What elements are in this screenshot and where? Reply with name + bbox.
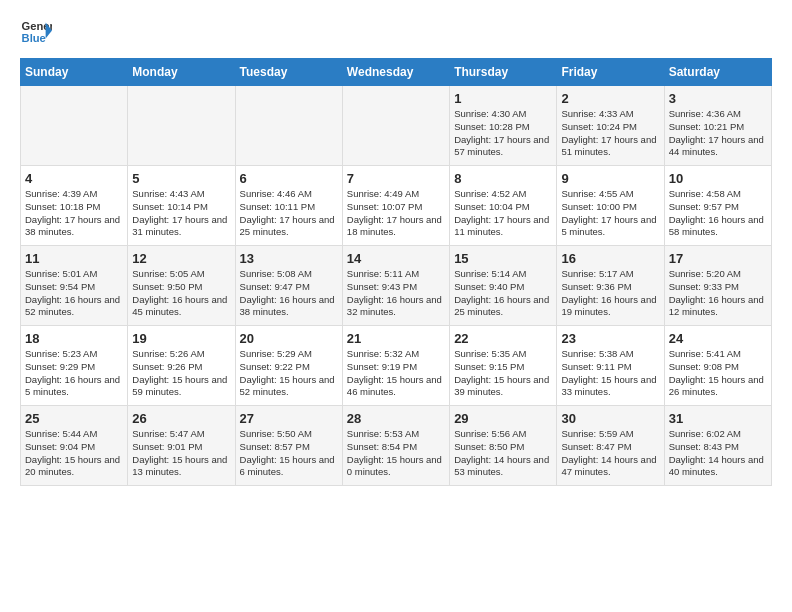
calendar-cell: 19Sunrise: 5:26 AMSunset: 9:26 PMDayligh… (128, 326, 235, 406)
cell-content: Sunrise: 5:11 AMSunset: 9:43 PMDaylight:… (347, 268, 445, 319)
calendar-cell: 10Sunrise: 4:58 AMSunset: 9:57 PMDayligh… (664, 166, 771, 246)
cell-content: Sunrise: 6:02 AMSunset: 8:43 PMDaylight:… (669, 428, 767, 479)
cell-content: Sunrise: 5:50 AMSunset: 8:57 PMDaylight:… (240, 428, 338, 479)
day-number: 9 (561, 171, 659, 186)
day-number: 14 (347, 251, 445, 266)
cell-content: Sunrise: 4:36 AMSunset: 10:21 PMDaylight… (669, 108, 767, 159)
cell-content: Sunrise: 5:35 AMSunset: 9:15 PMDaylight:… (454, 348, 552, 399)
day-number: 21 (347, 331, 445, 346)
calendar-cell: 8Sunrise: 4:52 AMSunset: 10:04 PMDayligh… (450, 166, 557, 246)
calendar-cell: 6Sunrise: 4:46 AMSunset: 10:11 PMDayligh… (235, 166, 342, 246)
logo: General Blue (20, 16, 52, 48)
calendar-cell: 9Sunrise: 4:55 AMSunset: 10:00 PMDayligh… (557, 166, 664, 246)
calendar-cell: 4Sunrise: 4:39 AMSunset: 10:18 PMDayligh… (21, 166, 128, 246)
cell-content: Sunrise: 4:39 AMSunset: 10:18 PMDaylight… (25, 188, 123, 239)
calendar-cell: 27Sunrise: 5:50 AMSunset: 8:57 PMDayligh… (235, 406, 342, 486)
cell-content: Sunrise: 5:44 AMSunset: 9:04 PMDaylight:… (25, 428, 123, 479)
day-number: 13 (240, 251, 338, 266)
cell-content: Sunrise: 5:08 AMSunset: 9:47 PMDaylight:… (240, 268, 338, 319)
day-number: 15 (454, 251, 552, 266)
cell-content: Sunrise: 5:41 AMSunset: 9:08 PMDaylight:… (669, 348, 767, 399)
day-number: 27 (240, 411, 338, 426)
page-container: General Blue SundayMondayTuesdayWednesda… (0, 0, 792, 502)
week-row-2: 4Sunrise: 4:39 AMSunset: 10:18 PMDayligh… (21, 166, 772, 246)
calendar-cell: 18Sunrise: 5:23 AMSunset: 9:29 PMDayligh… (21, 326, 128, 406)
calendar-cell: 12Sunrise: 5:05 AMSunset: 9:50 PMDayligh… (128, 246, 235, 326)
calendar-cell: 16Sunrise: 5:17 AMSunset: 9:36 PMDayligh… (557, 246, 664, 326)
weekday-header-sunday: Sunday (21, 59, 128, 86)
calendar-cell: 14Sunrise: 5:11 AMSunset: 9:43 PMDayligh… (342, 246, 449, 326)
day-number: 20 (240, 331, 338, 346)
cell-content: Sunrise: 5:01 AMSunset: 9:54 PMDaylight:… (25, 268, 123, 319)
day-number: 16 (561, 251, 659, 266)
calendar-cell (235, 86, 342, 166)
week-row-3: 11Sunrise: 5:01 AMSunset: 9:54 PMDayligh… (21, 246, 772, 326)
day-number: 7 (347, 171, 445, 186)
day-number: 25 (25, 411, 123, 426)
calendar-cell: 13Sunrise: 5:08 AMSunset: 9:47 PMDayligh… (235, 246, 342, 326)
day-number: 10 (669, 171, 767, 186)
logo-icon: General Blue (20, 16, 52, 48)
cell-content: Sunrise: 5:26 AMSunset: 9:26 PMDaylight:… (132, 348, 230, 399)
cell-content: Sunrise: 4:33 AMSunset: 10:24 PMDaylight… (561, 108, 659, 159)
cell-content: Sunrise: 5:47 AMSunset: 9:01 PMDaylight:… (132, 428, 230, 479)
calendar-table: SundayMondayTuesdayWednesdayThursdayFrid… (20, 58, 772, 486)
calendar-cell: 22Sunrise: 5:35 AMSunset: 9:15 PMDayligh… (450, 326, 557, 406)
day-number: 31 (669, 411, 767, 426)
calendar-cell (342, 86, 449, 166)
cell-content: Sunrise: 4:43 AMSunset: 10:14 PMDaylight… (132, 188, 230, 239)
day-number: 8 (454, 171, 552, 186)
weekday-header-tuesday: Tuesday (235, 59, 342, 86)
calendar-cell: 11Sunrise: 5:01 AMSunset: 9:54 PMDayligh… (21, 246, 128, 326)
day-number: 30 (561, 411, 659, 426)
calendar-cell: 26Sunrise: 5:47 AMSunset: 9:01 PMDayligh… (128, 406, 235, 486)
cell-content: Sunrise: 5:05 AMSunset: 9:50 PMDaylight:… (132, 268, 230, 319)
svg-text:Blue: Blue (22, 32, 46, 44)
calendar-cell: 24Sunrise: 5:41 AMSunset: 9:08 PMDayligh… (664, 326, 771, 406)
day-number: 29 (454, 411, 552, 426)
cell-content: Sunrise: 4:46 AMSunset: 10:11 PMDaylight… (240, 188, 338, 239)
day-number: 26 (132, 411, 230, 426)
day-number: 28 (347, 411, 445, 426)
cell-content: Sunrise: 4:55 AMSunset: 10:00 PMDaylight… (561, 188, 659, 239)
calendar-cell: 2Sunrise: 4:33 AMSunset: 10:24 PMDayligh… (557, 86, 664, 166)
cell-content: Sunrise: 5:14 AMSunset: 9:40 PMDaylight:… (454, 268, 552, 319)
cell-content: Sunrise: 5:53 AMSunset: 8:54 PMDaylight:… (347, 428, 445, 479)
cell-content: Sunrise: 5:23 AMSunset: 9:29 PMDaylight:… (25, 348, 123, 399)
day-number: 11 (25, 251, 123, 266)
calendar-cell: 17Sunrise: 5:20 AMSunset: 9:33 PMDayligh… (664, 246, 771, 326)
weekday-header-row: SundayMondayTuesdayWednesdayThursdayFrid… (21, 59, 772, 86)
day-number: 3 (669, 91, 767, 106)
day-number: 5 (132, 171, 230, 186)
weekday-header-thursday: Thursday (450, 59, 557, 86)
day-number: 23 (561, 331, 659, 346)
calendar-cell: 20Sunrise: 5:29 AMSunset: 9:22 PMDayligh… (235, 326, 342, 406)
cell-content: Sunrise: 5:20 AMSunset: 9:33 PMDaylight:… (669, 268, 767, 319)
week-row-5: 25Sunrise: 5:44 AMSunset: 9:04 PMDayligh… (21, 406, 772, 486)
day-number: 2 (561, 91, 659, 106)
cell-content: Sunrise: 5:59 AMSunset: 8:47 PMDaylight:… (561, 428, 659, 479)
cell-content: Sunrise: 5:29 AMSunset: 9:22 PMDaylight:… (240, 348, 338, 399)
cell-content: Sunrise: 4:58 AMSunset: 9:57 PMDaylight:… (669, 188, 767, 239)
day-number: 1 (454, 91, 552, 106)
week-row-4: 18Sunrise: 5:23 AMSunset: 9:29 PMDayligh… (21, 326, 772, 406)
cell-content: Sunrise: 4:49 AMSunset: 10:07 PMDaylight… (347, 188, 445, 239)
calendar-cell: 31Sunrise: 6:02 AMSunset: 8:43 PMDayligh… (664, 406, 771, 486)
day-number: 6 (240, 171, 338, 186)
calendar-cell: 23Sunrise: 5:38 AMSunset: 9:11 PMDayligh… (557, 326, 664, 406)
calendar-cell: 5Sunrise: 4:43 AMSunset: 10:14 PMDayligh… (128, 166, 235, 246)
day-number: 12 (132, 251, 230, 266)
header: General Blue (20, 16, 772, 48)
cell-content: Sunrise: 5:17 AMSunset: 9:36 PMDaylight:… (561, 268, 659, 319)
day-number: 18 (25, 331, 123, 346)
calendar-cell: 30Sunrise: 5:59 AMSunset: 8:47 PMDayligh… (557, 406, 664, 486)
calendar-cell: 28Sunrise: 5:53 AMSunset: 8:54 PMDayligh… (342, 406, 449, 486)
cell-content: Sunrise: 4:52 AMSunset: 10:04 PMDaylight… (454, 188, 552, 239)
day-number: 17 (669, 251, 767, 266)
calendar-cell: 21Sunrise: 5:32 AMSunset: 9:19 PMDayligh… (342, 326, 449, 406)
weekday-header-saturday: Saturday (664, 59, 771, 86)
calendar-cell (21, 86, 128, 166)
calendar-cell: 29Sunrise: 5:56 AMSunset: 8:50 PMDayligh… (450, 406, 557, 486)
calendar-cell: 3Sunrise: 4:36 AMSunset: 10:21 PMDayligh… (664, 86, 771, 166)
cell-content: Sunrise: 4:30 AMSunset: 10:28 PMDaylight… (454, 108, 552, 159)
